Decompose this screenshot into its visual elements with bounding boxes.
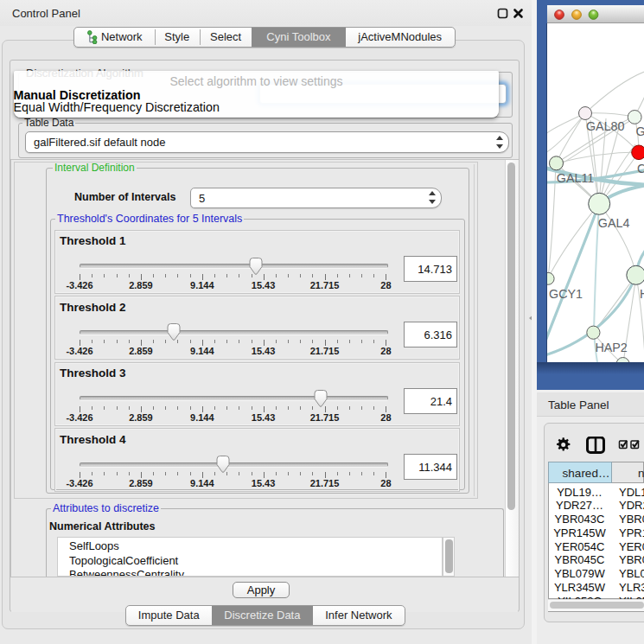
svg-text:C: C: [637, 162, 644, 175]
svg-text:GAL4: GAL4: [597, 215, 629, 229]
svg-text:H: H: [640, 286, 644, 300]
svg-text:GAL: GAL: [635, 124, 644, 138]
svg-text:HAP2: HAP2: [595, 341, 627, 354]
svg-text:GAL80: GAL80: [586, 119, 625, 133]
svg-text:GCY1: GCY1: [549, 286, 583, 300]
svg-text:GAL11: GAL11: [556, 170, 593, 184]
